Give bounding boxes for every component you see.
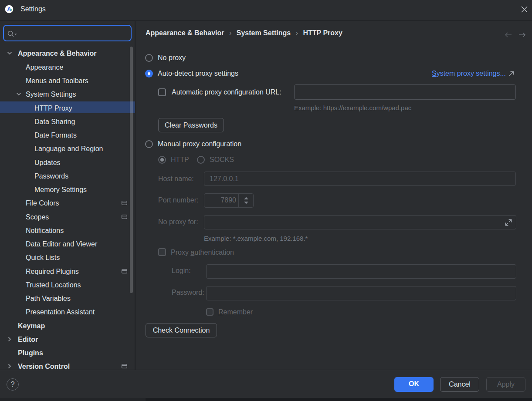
svg-text:A: A [7, 6, 11, 13]
